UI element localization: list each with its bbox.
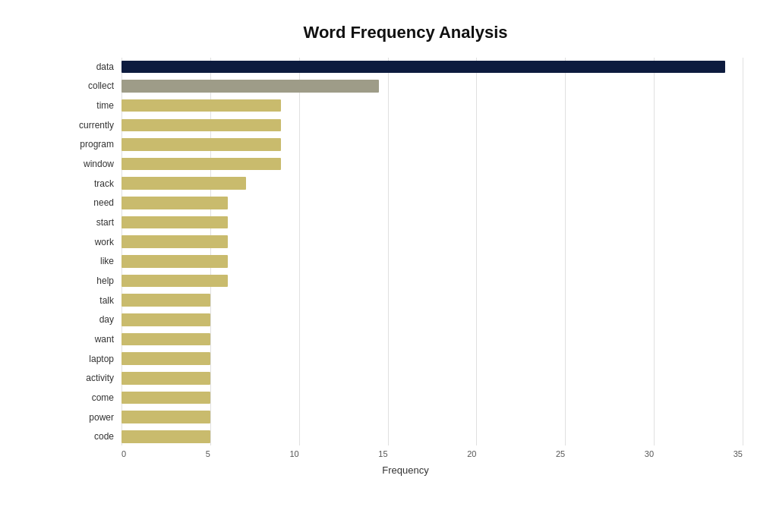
bar-track	[121, 233, 743, 251]
bar-track	[121, 77, 743, 96]
bar	[121, 235, 228, 248]
chart-area: datacollecttimecurrentlyprogramwindowtra…	[68, 58, 743, 476]
bar-row: want	[68, 330, 743, 348]
bar-track	[121, 175, 743, 193]
bar-label: work	[68, 237, 121, 247]
bar-row: come	[68, 389, 743, 407]
x-tick: 10	[289, 449, 298, 458]
bar-row: help	[68, 272, 743, 290]
grid-line	[743, 58, 743, 445]
bar-row: need	[68, 194, 743, 212]
bar	[121, 80, 379, 93]
bar-label: laptop	[68, 354, 121, 364]
bar	[121, 294, 210, 307]
bar-label: start	[68, 217, 121, 228]
bar-track	[121, 370, 743, 388]
bar	[121, 275, 228, 288]
bar	[121, 197, 228, 209]
x-tick: 25	[556, 449, 565, 458]
bars-section: datacollecttimecurrentlyprogramwindowtra…	[68, 58, 743, 445]
bar-label: window	[68, 159, 121, 169]
bar-row: day	[68, 311, 743, 329]
bar-label: currently	[68, 120, 121, 131]
bar-track	[121, 116, 743, 134]
x-tick: 35	[734, 449, 743, 458]
bar-track	[121, 213, 743, 231]
bar-track	[121, 408, 743, 427]
x-label-row: 05101520253035	[121, 449, 743, 458]
bar-label: program	[68, 139, 121, 150]
bar-row: start	[68, 213, 743, 231]
bar-row: currently	[68, 116, 743, 134]
bar-track	[121, 253, 743, 271]
x-tick: 30	[645, 449, 654, 458]
bar-row: data	[68, 58, 743, 76]
bar	[121, 392, 210, 405]
bar-track	[121, 58, 743, 76]
bars-and-grid: datacollecttimecurrentlyprogramwindowtra…	[68, 58, 743, 445]
bar-label: track	[68, 178, 121, 189]
x-tick: 20	[467, 449, 476, 458]
bar-track	[121, 272, 743, 290]
bar	[121, 333, 210, 346]
bar-row: code	[68, 427, 743, 445]
bar	[121, 313, 210, 326]
bar-label: want	[68, 334, 121, 345]
bar-label: talk	[68, 295, 121, 306]
bar	[121, 255, 228, 268]
x-tick: 15	[378, 449, 387, 458]
bar-label: code	[68, 431, 121, 442]
bar	[121, 430, 210, 443]
bar-track	[121, 350, 743, 368]
bar-track	[121, 291, 743, 310]
bar	[121, 119, 281, 132]
bar-label: help	[68, 275, 121, 286]
bar-row: program	[68, 136, 743, 154]
bar-track	[121, 96, 743, 115]
bar-track	[121, 389, 743, 407]
chart-title: Word Frequency Analysis	[68, 23, 743, 42]
bar-track	[121, 155, 743, 173]
bar-label: data	[68, 61, 121, 72]
bar-row: work	[68, 233, 743, 251]
bar-track	[121, 136, 743, 154]
bar-label: come	[68, 392, 121, 403]
bar	[121, 61, 725, 74]
x-tick: 5	[206, 449, 210, 458]
x-axis: 05101520253035	[68, 449, 743, 458]
bar	[121, 352, 210, 365]
bar-row: time	[68, 96, 743, 115]
bar	[121, 216, 228, 229]
bar	[121, 138, 281, 151]
bar-track	[121, 330, 743, 348]
bar	[121, 372, 210, 385]
bar-track	[121, 427, 743, 445]
bar-label: day	[68, 314, 121, 325]
chart-container: Word Frequency Analysis datacollecttimec…	[0, 0, 773, 532]
bar-row: activity	[68, 370, 743, 388]
bar-row: window	[68, 155, 743, 173]
bar-row: track	[68, 175, 743, 193]
bar-row: talk	[68, 291, 743, 310]
bar	[121, 99, 281, 112]
bar-row: power	[68, 408, 743, 427]
bar-label: power	[68, 412, 121, 423]
x-tick: 0	[121, 449, 126, 458]
bar-row: laptop	[68, 350, 743, 368]
bar-track	[121, 194, 743, 212]
bar-row: collect	[68, 77, 743, 96]
bar-label: collect	[68, 80, 121, 91]
bar-label: activity	[68, 373, 121, 383]
bar	[121, 158, 281, 171]
bar-row: like	[68, 253, 743, 271]
bar-label: like	[68, 256, 121, 266]
bar	[121, 411, 210, 423]
bar-label: need	[68, 197, 121, 208]
x-axis-title: Frequency	[68, 464, 743, 476]
bar	[121, 177, 246, 190]
bar-track	[121, 311, 743, 329]
bar-label: time	[68, 100, 121, 111]
